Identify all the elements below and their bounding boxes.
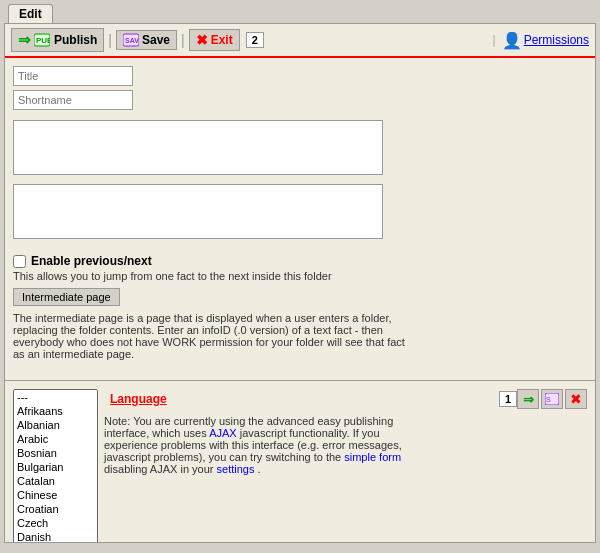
lang-option[interactable]: Czech — [14, 516, 97, 530]
publish-icon-img: PUB — [34, 33, 50, 47]
lang-option[interactable]: Chinese — [14, 488, 97, 502]
lang-add-button[interactable]: ⇒ — [517, 389, 539, 409]
toolbar-badge: 2 — [246, 32, 264, 48]
note-text: Note: You are currently using the advanc… — [104, 415, 424, 475]
lang-save-icon: S — [545, 393, 559, 405]
lang-option[interactable]: Arabic — [14, 432, 97, 446]
save-button[interactable]: SAVE Save — [116, 30, 177, 50]
publish-label: Publish — [54, 33, 97, 47]
language-select-wrapper: --- Afrikaans Albanian Arabic Bosnian Bu… — [13, 389, 98, 543]
simple-form-link[interactable]: simple form — [344, 451, 401, 463]
publish-icon: ⇒ — [18, 31, 31, 49]
lang-add-icon: ⇒ — [523, 392, 534, 407]
settings-link[interactable]: settings — [217, 463, 255, 475]
edit-tab[interactable]: Edit — [8, 4, 53, 23]
lang-save-button[interactable]: S — [541, 389, 563, 409]
lang-delete-icon: ✖ — [570, 391, 582, 407]
svg-text:PUB: PUB — [36, 36, 50, 45]
enable-checkbox[interactable] — [13, 255, 26, 268]
enable-checkbox-row: Enable previous/next — [13, 254, 587, 268]
intermediate-desc-text: The intermediate page is a page that is … — [13, 312, 413, 360]
exit-button[interactable]: ✖ Exit — [189, 29, 240, 51]
lang-option[interactable]: Danish — [14, 530, 97, 543]
note-end: . — [258, 463, 261, 475]
main-content: ⇒ PUB Publish | SAVE Save | ✖ Exit 2 | 👤… — [4, 23, 596, 543]
section-divider — [5, 380, 595, 381]
language-header-row: Language 1 ⇒ S ✖ — [104, 389, 587, 409]
permissions-link[interactable]: Permissions — [524, 33, 589, 47]
language-select[interactable]: --- Afrikaans Albanian Arabic Bosnian Bu… — [13, 389, 98, 543]
save-icon: SAVE — [123, 33, 139, 47]
form-area: Enable previous/next This allows you to … — [5, 58, 595, 376]
language-section: --- Afrikaans Albanian Arabic Bosnian Bu… — [5, 385, 595, 543]
shortname-input[interactable] — [13, 90, 133, 110]
publish-button[interactable]: ⇒ PUB Publish — [11, 28, 104, 52]
enable-help-text: This allows you to jump from one fact to… — [13, 270, 413, 282]
note-after: disabling AJAX in your — [104, 463, 217, 475]
lang-delete-button[interactable]: ✖ — [565, 389, 587, 409]
lang-option[interactable]: Bulgarian — [14, 460, 97, 474]
sep2: | — [179, 32, 187, 48]
save-label: Save — [142, 33, 170, 47]
lang-option[interactable]: Afrikaans — [14, 404, 97, 418]
exit-label: Exit — [211, 33, 233, 47]
language-badge: 1 — [499, 391, 517, 407]
textarea1[interactable] — [13, 120, 383, 175]
toolbar-divider: | — [489, 33, 500, 47]
lang-option[interactable]: Bosnian — [14, 446, 97, 460]
permissions-icon: 👤 — [502, 31, 522, 50]
svg-text:SAVE: SAVE — [125, 37, 139, 44]
sep1: | — [106, 32, 114, 48]
intermediate-page-button[interactable]: Intermediate page — [13, 288, 120, 306]
lang-option[interactable]: Catalan — [14, 474, 97, 488]
lang-option[interactable]: Albanian — [14, 418, 97, 432]
title-input[interactable] — [13, 66, 133, 86]
language-right-panel: Language 1 ⇒ S ✖ — [98, 389, 587, 475]
enable-label: Enable previous/next — [31, 254, 152, 268]
language-label: Language — [104, 392, 167, 406]
lang-action-toolbar: ⇒ S ✖ — [517, 389, 587, 409]
lang-option-default[interactable]: --- — [14, 390, 97, 404]
toolbar: ⇒ PUB Publish | SAVE Save | ✖ Exit 2 | 👤… — [5, 24, 595, 58]
exit-icon: ✖ — [196, 32, 208, 48]
lang-option[interactable]: Croatian — [14, 502, 97, 516]
svg-text:S: S — [546, 396, 551, 403]
ajax-link[interactable]: AJAX — [209, 427, 237, 439]
textarea2[interactable] — [13, 184, 383, 239]
